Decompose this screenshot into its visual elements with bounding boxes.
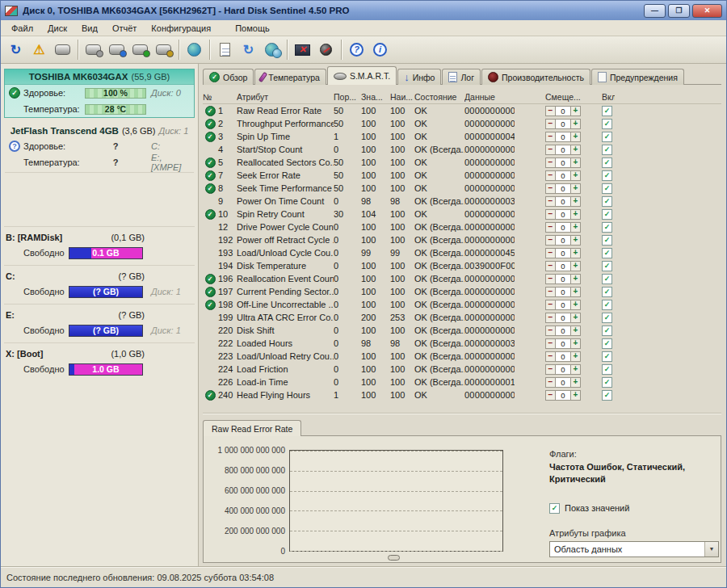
offset-plus-button[interactable]: + — [570, 145, 581, 155]
col-header-worst[interactable]: Наи... — [390, 92, 414, 102]
offset-minus-button[interactable]: − — [545, 235, 556, 246]
table-row[interactable]: 12 Drive Power Cycle Count 0 100 100 OK … — [203, 220, 721, 233]
disk-window-icon[interactable] — [51, 39, 74, 61]
chart-tab[interactable]: Raw Read Error Rate — [203, 420, 301, 436]
disk-clock-icon[interactable] — [105, 39, 128, 61]
table-row[interactable]: ✓ 1 Raw Read Error Rate 50 100 100 OK 00… — [203, 104, 721, 117]
enabled-checkbox[interactable]: ✓ — [602, 183, 612, 194]
tab-температура[interactable]: Температура — [254, 69, 326, 85]
menu-item-отчёт[interactable]: Отчёт — [105, 21, 144, 36]
offset-minus-button[interactable]: − — [545, 377, 556, 388]
enabled-checkbox[interactable]: ✓ — [602, 235, 612, 246]
offset-plus-button[interactable]: + — [570, 261, 581, 271]
col-header-data[interactable]: Данные — [464, 92, 515, 102]
refresh-icon[interactable]: ↻ — [4, 39, 27, 61]
offset-minus-button[interactable]: − — [545, 287, 556, 297]
volume-item[interactable]: X: [Boot] (1,0 GB) Свободно 1.0 GB — [4, 342, 195, 381]
disk-panel-jetflash[interactable]: JetFlash Transcend 4GB (3,6 GB) Диск: 1 … — [5, 123, 194, 173]
offset-minus-button[interactable]: − — [545, 222, 556, 233]
offset-minus-button[interactable]: − — [545, 351, 556, 362]
disk-offline-icon[interactable] — [82, 39, 105, 61]
offset-plus-button[interactable]: + — [570, 196, 581, 207]
table-row[interactable]: ✓ 7 Seek Error Rate 50 100 100 OK 000000… — [203, 169, 721, 182]
enabled-checkbox[interactable]: ✓ — [602, 287, 612, 297]
enabled-checkbox[interactable]: ✓ — [602, 313, 612, 323]
offset-minus-button[interactable]: − — [545, 364, 556, 375]
offset-minus-button[interactable]: − — [545, 209, 556, 220]
disk-health-icon[interactable] — [128, 39, 152, 61]
offset-plus-button[interactable]: + — [570, 364, 581, 375]
enabled-checkbox[interactable]: ✓ — [602, 209, 612, 220]
enabled-checkbox[interactable]: ✓ — [602, 196, 612, 207]
table-row[interactable]: 194 Disk Temperature 0 100 100 OK (Всегд… — [203, 259, 721, 272]
disk-search-icon[interactable] — [152, 39, 175, 61]
table-row[interactable]: ✓ 5 Reallocated Sectors Co... 50 100 100… — [203, 156, 721, 169]
tab-предупреждения[interactable]: Предупреждения — [591, 69, 684, 85]
table-row[interactable]: 193 Load/Unload Cycle Cou... 0 99 99 OK … — [203, 246, 721, 259]
sound-icon[interactable] — [314, 39, 338, 61]
offset-plus-button[interactable]: + — [570, 338, 581, 349]
offset-plus-button[interactable]: + — [570, 351, 581, 362]
offset-plus-button[interactable]: + — [570, 274, 581, 284]
offset-plus-button[interactable]: + — [570, 326, 581, 336]
offset-plus-button[interactable]: + — [570, 235, 581, 246]
sync-icon[interactable]: ↻ — [237, 39, 260, 61]
network-share-icon[interactable] — [260, 39, 284, 61]
col-header-enabled[interactable]: Вклю... — [602, 92, 615, 102]
enabled-checkbox[interactable]: ✓ — [602, 170, 612, 181]
volume-item[interactable]: E: (? GB) Свободно (? GB) Диск: 1 — [4, 304, 195, 342]
offset-minus-button[interactable]: − — [545, 300, 556, 310]
offset-minus-button[interactable]: − — [545, 326, 556, 336]
offset-plus-button[interactable]: + — [570, 222, 581, 233]
offset-minus-button[interactable]: − — [545, 170, 556, 181]
table-row[interactable]: ✓ 3 Spin Up Time 1 100 100 OK 0000000004… — [203, 130, 721, 143]
show-values-checkbox[interactable]: ✓ — [549, 503, 560, 514]
enabled-checkbox[interactable]: ✓ — [602, 390, 612, 401]
offset-minus-button[interactable]: − — [545, 119, 556, 129]
table-row[interactable]: 192 Power off Retract Cycle ... 0 100 10… — [203, 233, 721, 246]
offset-minus-button[interactable]: − — [545, 183, 556, 194]
table-row[interactable]: ✓ 197 Current Pending Sector... 0 100 10… — [203, 285, 721, 298]
tab-обзор[interactable]: ✓ Обзор — [203, 69, 254, 85]
offset-plus-button[interactable]: + — [570, 390, 581, 401]
offset-plus-button[interactable]: + — [570, 300, 581, 310]
menu-item-вид[interactable]: Вид — [74, 21, 105, 36]
table-row[interactable]: 226 Load-in Time 0 100 100 OK (Всегда...… — [203, 376, 721, 388]
warning-icon[interactable]: ⚠ — [27, 39, 51, 61]
col-header-offset[interactable]: Смеще... — [545, 92, 582, 102]
maximize-button[interactable]: ❐ — [668, 4, 690, 18]
monitor-disabled-icon[interactable]: ✕ — [291, 39, 314, 61]
offset-plus-button[interactable]: + — [570, 106, 581, 116]
table-row[interactable]: ✓ 198 Off-Line Uncorrectable ... 0 100 1… — [203, 298, 721, 311]
table-row[interactable]: 224 Load Friction 0 100 100 OK (Всегда..… — [203, 363, 721, 376]
table-row[interactable]: 4 Start/Stop Count 0 100 100 OK (Всегда.… — [203, 143, 721, 156]
table-row[interactable]: 223 Load/Unload Retry Cou... 0 100 100 O… — [203, 350, 721, 363]
chart-scroll-thumb[interactable] — [388, 555, 400, 561]
network-disk-icon[interactable] — [183, 39, 206, 61]
offset-plus-button[interactable]: + — [570, 313, 581, 323]
col-header-value[interactable]: Зна... — [361, 92, 390, 102]
table-row[interactable]: ✓ 196 Reallocation Event Count 0 100 100… — [203, 272, 721, 285]
tab-инфо[interactable]: ↓ Инфо — [397, 69, 441, 85]
offset-minus-button[interactable]: − — [545, 196, 556, 207]
tab-лог[interactable]: Лог — [442, 69, 481, 85]
offset-plus-button[interactable]: + — [570, 170, 581, 181]
offset-minus-button[interactable]: − — [545, 390, 556, 401]
offset-minus-button[interactable]: − — [545, 338, 556, 349]
enabled-checkbox[interactable]: ✓ — [602, 338, 612, 349]
menu-item-помощь[interactable]: Помощь — [228, 21, 277, 36]
tab-производительность[interactable]: Производительность — [481, 69, 590, 85]
info-icon[interactable]: i — [368, 39, 392, 61]
table-row[interactable]: ✓ 240 Head Flying Hours 1 100 100 OK 000… — [203, 388, 721, 401]
table-row[interactable]: ✓ 2 Throughput Performance 50 100 100 OK… — [203, 117, 721, 130]
enabled-checkbox[interactable]: ✓ — [602, 300, 612, 310]
offset-minus-button[interactable]: − — [545, 106, 556, 116]
offset-minus-button[interactable]: − — [545, 145, 556, 155]
enabled-checkbox[interactable]: ✓ — [602, 351, 612, 362]
disk-panel-toshiba[interactable]: TOSHIBA MK6034GAX (55,9 GB) ✓ Здоровье: … — [4, 69, 195, 118]
menu-item-файл[interactable]: Файл — [4, 21, 40, 36]
enabled-checkbox[interactable]: ✓ — [602, 248, 612, 258]
table-row[interactable]: ✓ 8 Seek Time Performance 50 100 100 OK … — [203, 182, 721, 195]
enabled-checkbox[interactable]: ✓ — [602, 326, 612, 336]
title-bar[interactable]: Диск 0, TOSHIBA MK6034GAX [56KH2962T] - … — [1, 1, 726, 20]
